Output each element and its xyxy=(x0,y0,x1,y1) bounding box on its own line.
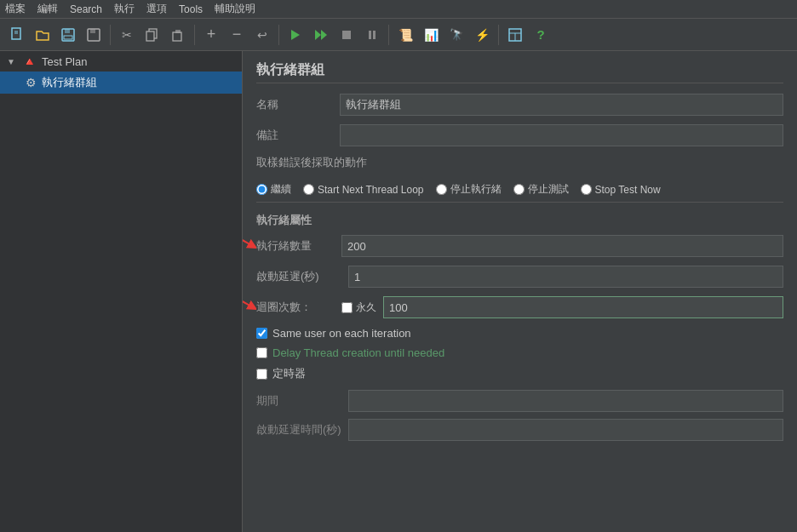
radio-stop-test-now[interactable]: Stop Test Now xyxy=(581,184,661,196)
test-plan-icon: 🔺 xyxy=(22,54,37,68)
name-row: 名稱 xyxy=(256,94,783,116)
sidebar-item-test-plan[interactable]: ▼ 🔺 Test Plan xyxy=(0,51,242,72)
remote-button[interactable]: ⚡ xyxy=(470,23,494,47)
new-button[interactable] xyxy=(5,23,29,47)
action-section-label: 取樣錯誤後採取的動作 xyxy=(256,155,783,170)
run-button[interactable] xyxy=(284,23,307,47)
radio-start-next-thread-loop-label: Start Next Thread Loop xyxy=(318,184,424,196)
tree-arrow: ▼ xyxy=(7,57,17,66)
copy-button[interactable] xyxy=(140,23,164,47)
clear-button[interactable]: ↩ xyxy=(250,23,274,47)
startup-delay-row: 啟動延遲(秒) xyxy=(256,266,783,288)
delay-thread-checkbox[interactable] xyxy=(256,347,267,358)
thread-group-icon: ⚙ xyxy=(26,76,37,89)
name-input[interactable] xyxy=(340,94,783,116)
arrow-thread-count xyxy=(243,237,256,255)
toolbar-sep-1 xyxy=(110,25,111,45)
startup-delay-input[interactable] xyxy=(348,266,783,288)
comment-row: 備註 xyxy=(256,124,783,146)
svg-rect-11 xyxy=(175,30,181,33)
open-button[interactable] xyxy=(31,23,54,47)
run-no-pause-button[interactable] xyxy=(309,23,333,47)
delay-thread-item[interactable]: Delay Thread creation until needed xyxy=(256,346,783,359)
menu-options[interactable]: 選項 xyxy=(146,2,167,16)
radio-stop-test[interactable]: 停止測試 xyxy=(513,182,569,197)
same-user-item[interactable]: Same user on each iteration xyxy=(256,327,783,340)
svg-line-21 xyxy=(243,238,253,246)
period-row: 期間 xyxy=(256,390,783,412)
menu-search[interactable]: Search xyxy=(70,3,102,15)
startup-delay-label: 啟動延遲(秒) xyxy=(256,269,341,284)
scheduler-item[interactable]: 定時器 xyxy=(256,366,783,381)
forever-label: 永久 xyxy=(356,300,376,315)
svg-rect-4 xyxy=(65,29,70,33)
svg-marker-13 xyxy=(315,30,321,40)
thread-count-input[interactable] xyxy=(341,235,783,257)
svg-rect-9 xyxy=(146,31,154,41)
thread-group-label: 執行緒群組 xyxy=(42,75,235,90)
svg-rect-17 xyxy=(373,31,376,39)
thread-count-label: 執行緒數量 xyxy=(256,238,341,254)
svg-line-22 xyxy=(243,300,253,307)
same-user-label: Same user on each iteration xyxy=(272,327,411,340)
toolbar-sep-5 xyxy=(498,25,499,45)
shutdown-button[interactable] xyxy=(360,23,384,47)
svg-rect-7 xyxy=(90,29,95,33)
radio-stop-thread-input[interactable] xyxy=(436,184,447,195)
comment-input[interactable] xyxy=(340,124,783,146)
menu-run[interactable]: 執行 xyxy=(114,2,135,16)
svg-rect-5 xyxy=(64,36,72,39)
menu-help[interactable]: 輔助說明 xyxy=(215,2,255,16)
arrow-loop xyxy=(243,298,256,317)
save-button[interactable] xyxy=(56,23,80,47)
binoculars-button[interactable]: 🔭 xyxy=(444,23,468,47)
radio-stop-thread[interactable]: 停止執行緒 xyxy=(436,182,502,197)
startup-delay-time-row: 啟動延遲時間(秒) xyxy=(256,419,783,441)
sidebar-item-thread-group[interactable]: ⚙ 執行緒群組 xyxy=(0,72,242,94)
stop-button[interactable] xyxy=(335,23,358,47)
comment-label: 備註 xyxy=(256,128,333,143)
startup-delay-time-label: 啟動延遲時間(秒) xyxy=(256,422,341,438)
radio-stop-thread-label: 停止執行緒 xyxy=(450,182,502,197)
period-label: 期間 xyxy=(256,393,341,409)
toolbar-sep-2 xyxy=(194,25,195,45)
radio-start-next-thread-loop-input[interactable] xyxy=(303,184,314,195)
radio-stop-test-input[interactable] xyxy=(513,184,525,195)
scheduler-label: 定時器 xyxy=(272,366,306,381)
sidebar: ▼ 🔺 Test Plan ⚙ 執行緒群組 xyxy=(0,51,243,532)
period-section: 期間 啟動延遲時間(秒) xyxy=(256,390,783,441)
startup-delay-time-input[interactable] xyxy=(348,419,783,441)
toolbar-sep-4 xyxy=(388,25,389,45)
svg-rect-16 xyxy=(369,31,371,39)
help-button[interactable]: ? xyxy=(529,23,553,47)
paste-button[interactable] xyxy=(166,23,190,47)
cut-button[interactable]: ✂ xyxy=(115,23,139,47)
content-area: 執行緒群組 名稱 備註 取樣錯誤後採取的動作 繼續 Start Next Thr… xyxy=(243,51,797,532)
toolbar: ✂ + − ↩ 📜 📊 🔭 ⚡ ? xyxy=(0,19,797,51)
main-layout: ▼ 🔺 Test Plan ⚙ 執行緒群組 執行緒群組 名稱 備註 取樣錯誤後採… xyxy=(0,51,797,532)
svg-marker-12 xyxy=(291,30,300,40)
radio-continue[interactable]: 繼續 xyxy=(256,182,291,197)
radio-stop-test-now-input[interactable] xyxy=(581,184,592,195)
menu-file[interactable]: 檔案 xyxy=(5,2,26,16)
report-button[interactable]: 📊 xyxy=(419,23,443,47)
menu-edit[interactable]: 編輯 xyxy=(37,2,58,16)
test-plan-label: Test Plan xyxy=(42,55,235,68)
svg-rect-15 xyxy=(342,31,351,39)
scheduler-checkbox[interactable] xyxy=(256,369,267,380)
save-as-button[interactable] xyxy=(82,23,106,47)
same-user-checkbox[interactable] xyxy=(256,328,267,339)
add-button[interactable]: + xyxy=(199,23,223,47)
radio-start-next-thread-loop[interactable]: Start Next Thread Loop xyxy=(303,184,424,196)
radio-group: 繼續 Start Next Thread Loop 停止執行緒 停止測試 Sto… xyxy=(256,177,783,203)
minus-button[interactable]: − xyxy=(225,23,249,47)
template-button[interactable] xyxy=(503,23,527,47)
script-button[interactable]: 📜 xyxy=(393,23,417,47)
forever-checkbox[interactable] xyxy=(341,302,353,313)
radio-stop-test-label: 停止測試 xyxy=(528,182,569,197)
menu-tools[interactable]: Tools xyxy=(179,3,203,15)
radio-continue-input[interactable] xyxy=(256,184,267,195)
radio-continue-label: 繼續 xyxy=(271,182,291,197)
period-input[interactable] xyxy=(348,390,783,412)
loop-value-input[interactable] xyxy=(383,296,783,318)
